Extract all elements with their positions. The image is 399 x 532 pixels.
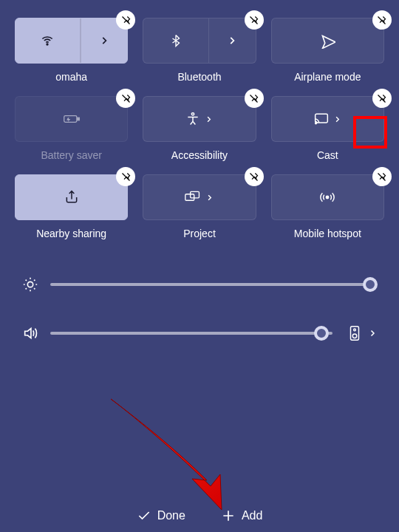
svg-point-8 [327,196,329,198]
airplane-unpin-button[interactable] [372,10,392,30]
tile-cast: Cast [271,96,384,161]
svg-point-3 [192,113,194,115]
hotspot-icon [319,190,335,205]
cast-unpin-button[interactable] [372,89,392,108]
quick-settings-grid: omaha Bluetooth [0,0,399,247]
accessibility-unpin-button[interactable] [245,89,264,108]
battery-label: Battery saver [41,149,101,161]
svg-rect-7 [191,191,200,197]
project-icon [185,191,201,204]
battery-unpin-button[interactable] [116,89,135,108]
volume-thumb[interactable] [314,326,329,341]
hotspot-label: Mobile hotspot [294,228,361,239]
volume-slider[interactable] [50,332,332,335]
chevron-right-icon [205,115,213,123]
airplane-label: Airplane mode [294,71,361,83]
tile-airplane: Airplane mode [271,18,384,83]
svg-point-0 [47,44,49,45]
tile-hotspot: Mobile hotspot [271,174,384,239]
brightness-thumb[interactable] [363,277,378,292]
svg-rect-1 [64,116,76,123]
tile-wifi: omaha [15,18,128,83]
tile-project: Project [143,174,256,239]
svg-point-12 [352,334,357,338]
nearby-label: Nearby sharing [36,228,106,239]
wifi-icon [40,33,55,48]
airplane-button[interactable] [271,18,384,64]
brightness-icon [22,276,38,293]
chevron-right-icon [227,35,237,46]
tile-nearby: Nearby sharing [15,174,128,239]
svg-point-11 [354,329,356,331]
add-button[interactable]: Add [221,508,262,523]
volume-icon [22,325,38,341]
hotspot-unpin-button[interactable] [372,167,392,186]
wifi-toggle[interactable] [16,18,81,63]
wifi-unpin-button[interactable] [116,10,135,30]
brightness-slider[interactable] [50,283,377,286]
svg-rect-4 [315,114,327,123]
cast-label: Cast [317,149,338,161]
nearby-sharing-button[interactable] [15,174,128,220]
check-icon [137,508,151,523]
tile-bluetooth: Bluetooth [143,18,256,83]
brightness-row [22,276,377,293]
done-label: Done [157,509,185,522]
bluetooth-icon [169,34,183,47]
tile-battery: Battery saver [15,96,128,161]
chevron-right-icon [99,35,109,46]
add-label: Add [242,509,262,522]
wifi-button[interactable] [15,18,128,64]
project-button[interactable] [143,174,256,220]
wifi-label: omaha [55,71,87,83]
chevron-right-icon [333,115,341,123]
airplane-icon [319,33,335,49]
accessibility-label: Accessibility [171,149,228,161]
bluetooth-label: Bluetooth [177,71,221,83]
share-icon [64,190,79,205]
battery-saver-button [15,96,128,142]
accessibility-button[interactable] [143,96,256,142]
svg-rect-2 [77,117,79,120]
bluetooth-unpin-button[interactable] [245,10,264,30]
svg-rect-6 [185,194,194,200]
volume-row [22,325,377,341]
footer-actions: Done Add [0,508,399,523]
annotation-arrow [96,392,259,517]
svg-point-5 [315,123,316,124]
cast-button[interactable] [271,96,384,142]
battery-icon [63,112,81,126]
project-label: Project [183,228,216,239]
project-unpin-button[interactable] [245,167,264,186]
tile-accessibility: Accessibility [143,96,256,161]
bluetooth-button[interactable] [143,18,256,64]
hotspot-button[interactable] [271,174,384,220]
chevron-right-icon[interactable] [368,329,377,338]
accessibility-icon [185,112,200,126]
nearby-unpin-button[interactable] [116,167,135,186]
cast-icon [314,112,329,126]
done-button[interactable]: Done [137,508,185,523]
plus-icon [221,508,236,523]
audio-output-icon[interactable] [349,325,361,341]
svg-point-9 [27,282,33,287]
bluetooth-toggle[interactable] [143,18,208,63]
chevron-right-icon [205,194,214,202]
sliders-section [0,247,399,381]
